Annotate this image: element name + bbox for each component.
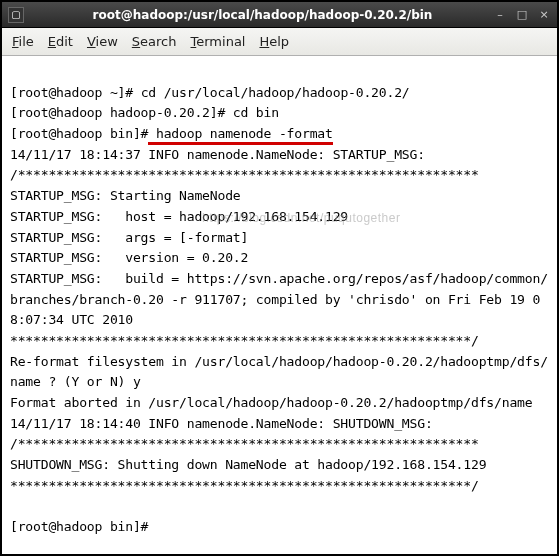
command: cd bin xyxy=(233,105,279,120)
output-line: STARTUP_MSG: build = https://svn.apache.… xyxy=(10,271,548,327)
output-line: 14/11/17 18:14:37 INFO namenode.NameNode… xyxy=(10,147,425,162)
menu-edit[interactable]: Edit xyxy=(48,34,73,49)
output-line: Format aborted in /usr/local/hadoop/hado… xyxy=(10,395,532,410)
menu-terminal[interactable]: Terminal xyxy=(191,34,246,49)
menu-file[interactable]: File xyxy=(12,34,34,49)
window-controls: – □ × xyxy=(493,8,551,22)
output-line: /***************************************… xyxy=(10,436,479,451)
output-line: STARTUP_MSG: version = 0.20.2 xyxy=(10,250,248,265)
prompt: [root@hadoop ~]# xyxy=(10,85,141,100)
output-line: STARTUP_MSG: args = [-format] xyxy=(10,230,248,245)
highlighted-command: hadoop namenode -format xyxy=(148,126,332,145)
window-title: root@hadoop:/usr/local/hadoop/hadoop-0.2… xyxy=(32,8,493,22)
output-line: ****************************************… xyxy=(10,478,479,493)
prompt: [root@hadoop bin]# xyxy=(10,126,148,141)
output-line: 14/11/17 18:14:40 INFO namenode.NameNode… xyxy=(10,416,433,431)
close-button[interactable]: × xyxy=(537,8,551,22)
window-titlebar: ▢ root@hadoop:/usr/local/hadoop/hadoop-0… xyxy=(2,2,557,28)
command: cd /usr/local/hadoop/hadoop-0.20.2/ xyxy=(141,85,410,100)
menu-search[interactable]: Search xyxy=(132,34,177,49)
terminal-icon: ▢ xyxy=(8,7,24,23)
output-line: STARTUP_MSG: host = hadoop/192.168.154.1… xyxy=(10,209,348,224)
output-line: Re-format filesystem in /usr/local/hadoo… xyxy=(10,354,548,390)
output-line: SHUTDOWN_MSG: Shutting down NameNode at … xyxy=(10,457,486,472)
output-line: STARTUP_MSG: Starting NameNode xyxy=(10,188,241,203)
output-line: /***************************************… xyxy=(10,167,479,182)
prompt: [root@hadoop bin]# xyxy=(10,519,148,534)
minimize-button[interactable]: – xyxy=(493,8,507,22)
terminal-output[interactable]: [root@hadoop ~]# cd /usr/local/hadoop/ha… xyxy=(2,56,557,556)
prompt: [root@hadoop hadoop-0.20.2]# xyxy=(10,105,233,120)
menubar: File Edit View Search Terminal Help xyxy=(2,28,557,56)
menu-help[interactable]: Help xyxy=(259,34,289,49)
maximize-button[interactable]: □ xyxy=(515,8,529,22)
menu-view[interactable]: View xyxy=(87,34,118,49)
output-line: ****************************************… xyxy=(10,333,479,348)
